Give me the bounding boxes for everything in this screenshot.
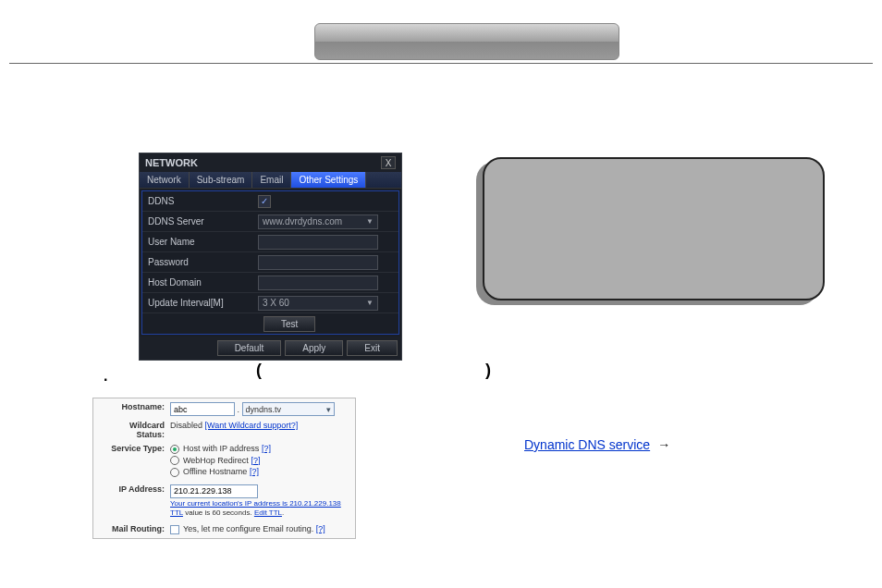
row-mail: Mail Routing: Yes, let me configure Emai… <box>101 524 348 534</box>
dynamic-dns-link[interactable]: Dynamic DNS service <box>524 437 650 452</box>
default-button[interactable]: Default <box>217 340 282 356</box>
row-password: Password <box>142 252 398 273</box>
tab-email[interactable]: Email <box>252 172 291 188</box>
row-ddns: DDNS ✓ <box>142 191 398 212</box>
dialog-title: NETWORK <box>145 157 198 168</box>
network-dialog: NETWORK X Network Sub-stream Email Other… <box>139 153 402 361</box>
mail-text: Yes, let me configure Email routing. <box>183 524 313 533</box>
chevron-down-icon: ▼ <box>366 299 374 307</box>
label-server: DDNS Server <box>142 216 258 227</box>
row-username: User Name <box>142 232 398 252</box>
row-ip: IP Address: Your current location's IP a… <box>101 484 348 517</box>
select-hostname-suffix[interactable]: dyndns.tv <box>242 402 335 416</box>
input-password[interactable] <box>258 255 378 270</box>
label-wildcard: Wildcard Status: <box>101 421 170 439</box>
dropdown-interval[interactable]: 3 X 60 ▼ <box>258 296 378 311</box>
dialog-footer: Default Apply Exit <box>140 337 401 360</box>
dialog-header: NETWORK X <box>140 153 401 172</box>
chevron-down-icon: ▼ <box>366 217 374 226</box>
ip-hint-link[interactable]: Your current location's IP address is 21… <box>170 499 341 508</box>
radio-webhop[interactable]: WebHop Redirect [?] <box>170 456 348 466</box>
input-hostname[interactable] <box>170 402 235 416</box>
horizontal-rule <box>9 63 873 64</box>
input-username[interactable] <box>258 235 378 250</box>
label-service: Service Type: <box>101 444 170 453</box>
dropdown-server[interactable]: www.dvrdydns.com ▼ <box>258 214 378 229</box>
hostname-dot: . <box>238 405 240 414</box>
row-service: Service Type: Host with IP address [?] W… <box>101 444 348 479</box>
radio-icon <box>170 456 179 465</box>
row-interval: Update Interval[M] 3 X 60 ▼ <box>142 293 398 313</box>
label-password: Password <box>142 257 258 267</box>
label-ddns: DDNS <box>142 196 258 206</box>
row-hostname: Hostname: . dyndns.tv <box>101 402 348 416</box>
checkbox-ddns[interactable]: ✓ <box>258 195 271 208</box>
dropdown-interval-value: 3 X 60 <box>263 298 289 308</box>
radio-icon <box>170 445 179 454</box>
tab-network[interactable]: Network <box>140 172 190 188</box>
label-host: Host Domain <box>142 277 258 288</box>
label-mail: Mail Routing: <box>101 524 170 533</box>
dyndns-form: Hostname: . dyndns.tv Wildcard Status: D… <box>92 398 356 539</box>
row-host: Host Domain <box>142 273 398 293</box>
ttl-link[interactable]: TTL <box>170 508 183 517</box>
input-ip[interactable] <box>170 484 258 498</box>
checkbox-mail[interactable] <box>170 525 179 534</box>
input-host[interactable] <box>258 276 378 290</box>
radio-host-ip[interactable]: Host with IP address [?] <box>170 444 348 454</box>
wildcard-link[interactable]: [Want Wildcard support?] <box>205 421 299 430</box>
arrow-right-icon: → <box>657 437 670 452</box>
punct-lparen: ( <box>256 361 262 380</box>
label-hostname: Hostname: <box>101 402 170 411</box>
punct-dot: . <box>104 368 107 385</box>
mail-q[interactable]: [?] <box>316 524 325 533</box>
wildcard-status: Disabled <box>170 421 202 430</box>
top-gradient-bar <box>314 23 619 60</box>
tab-substream[interactable]: Sub-stream <box>190 172 253 188</box>
row-server: DDNS Server www.dvrdydns.com ▼ <box>142 212 398 232</box>
label-ip: IP Address: <box>101 484 170 494</box>
exit-button[interactable]: Exit <box>347 340 398 356</box>
dns-link-container: Dynamic DNS service → <box>524 437 670 452</box>
edit-ttl-link[interactable]: Edit TTL <box>254 508 282 517</box>
punct-rparen: ) <box>485 361 491 380</box>
test-button[interactable]: Test <box>263 316 315 332</box>
right-rounded-box <box>483 157 825 300</box>
dropdown-server-value: www.dvrdydns.com <box>263 216 342 227</box>
label-username: User Name <box>142 237 258 247</box>
row-test: Test <box>142 313 398 334</box>
close-icon[interactable]: X <box>381 156 396 169</box>
radio-offline[interactable]: Offline Hostname [?] <box>170 467 348 477</box>
apply-button[interactable]: Apply <box>285 340 343 356</box>
tab-row: Network Sub-stream Email Other Settings <box>140 172 401 189</box>
form-body: DDNS ✓ DDNS Server www.dvrdydns.com ▼ Us… <box>141 190 399 335</box>
tab-other-settings[interactable]: Other Settings <box>291 172 366 188</box>
label-interval: Update Interval[M] <box>142 298 258 308</box>
radio-icon <box>170 468 179 477</box>
row-wildcard: Wildcard Status: Disabled [Want Wildcard… <box>101 421 348 439</box>
